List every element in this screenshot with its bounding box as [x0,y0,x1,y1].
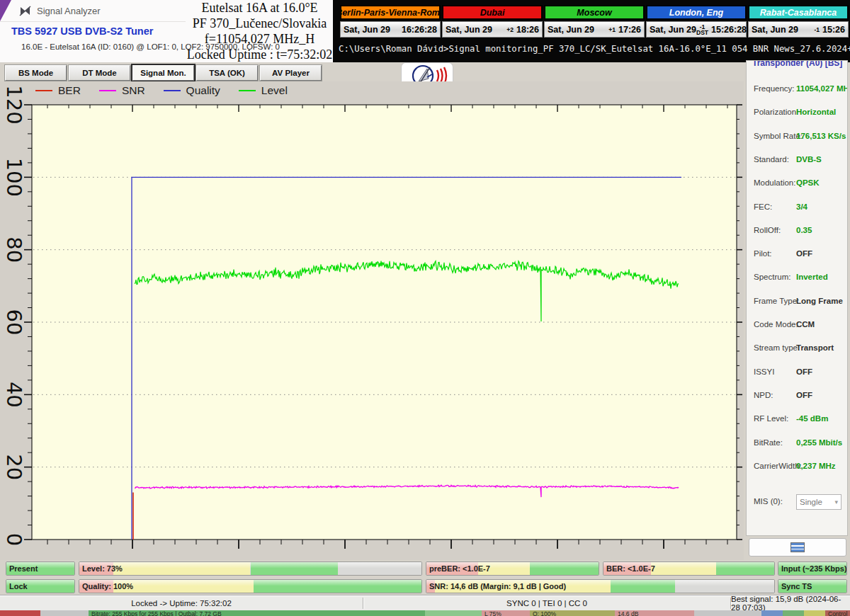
command-line-text: C:\Users\Roman Dávid>Signal monitoring_P… [339,44,850,54]
field-label: ISSYI [754,367,774,376]
strip-segment: Bitrate: 255 Kbps for 255 Kbps | Outbal:… [89,610,425,616]
annotation-overlay: Eutelsat 16A at 16.0°E PF 370_Lučenec/Sl… [186,0,333,62]
world-clocks: Berlin-Paris-Vienna-RomaSat, Jun 2916:26… [340,5,850,38]
clock-offset: -1DST [696,24,708,35]
signal-mon-tab[interactable]: Signal Mon. [132,65,194,81]
tsa-button[interactable]: TSA (OK) [196,65,258,81]
status-bar-present: Present [6,561,75,576]
annotation-line4: Locked Uptime : t=75:32:02 [186,47,333,62]
svg-text:40: 40 [2,382,26,408]
clock-berlin-paris-vienna-roma: Berlin-Paris-Vienna-RomaSat, Jun 2916:26… [340,5,441,38]
av-player-button[interactable]: AV Player [260,65,322,81]
mode-toolbar: BS Mode DT Mode Signal Mon. TSA (OK) AV … [5,65,322,81]
status-bar-ber: BER: <1.0E-7 [603,561,775,576]
status-bar-sync-ts: Sync TS [778,579,847,593]
transponder-row-standard: Standard:DVB-S [747,155,847,167]
clock-time-row: Sat, Jun 2916:26:28 [340,21,441,38]
transponder-row-stream-type: Stream type:Transport [747,343,847,355]
signal-chart-widget: BERSNRQualityLevel 020406080100120 [0,81,744,560]
clock-city-label: Moscow [544,5,645,20]
annotation-line3: f=11054,027 MHz_H [186,31,333,47]
field-label: Spectrum: [754,273,790,281]
mis-select[interactable]: Single▾ [796,494,842,510]
strip-segment [694,610,761,616]
panel-footer-button[interactable] [749,538,846,557]
strip-segment [783,610,804,616]
field-label: BitRate: [754,438,783,447]
clock-time-row: Sat, Jun 29-115:26 [748,21,849,38]
clock-dubai: DubaiSat, Jun 29+218:26 [442,5,543,38]
strip-segment [761,610,783,616]
background-app-strip: Bitrate: 255 Kbps for 255 Kbps | Outbal:… [0,610,850,616]
clock-rabat-casablanca: Rabat-CasablancaSat, Jun 29-115:26 [748,5,849,38]
clock-london-eng: London, EngSat, Jun 29-1DST15:26:28 [646,5,747,38]
annotation-line1: Eutelsat 16A at 16.0°E [186,0,333,16]
field-label: NPD: [754,391,773,399]
status-bar-label: Sync TS [781,580,812,593]
status-uptime: Locked -> Uptime: 75:32:02 [0,596,363,610]
annotation-line2: PF 370_Lučenec/Slovakia [186,16,333,31]
field-label: Code Mode: [754,320,798,329]
status-best-signal: Best signal: 15,9 dB (2024-06-28 07:03) [731,596,850,610]
field-label: Frame Type: [754,297,799,305]
transponder-row-symbol-rate: Symbol Rate:176,513 KS/s [747,132,847,144]
field-value: DVB-S [796,155,822,164]
status-bar-label: Lock [9,580,28,593]
transponder-row-npd: NPD:OFF [747,391,847,403]
clock-command-panel: Berlin-Paris-Vienna-RomaSat, Jun 2916:26… [333,0,850,62]
field-value: 0,255 Mbit/s [796,438,842,447]
status-bar-label: Quality: 100% [82,580,133,593]
field-value: OFF [796,391,812,399]
transponder-row-code-mode: Code Mode:CCM [747,320,847,332]
strip-segment: Control [825,610,850,616]
strip-segment: Q: 100% [530,610,615,616]
svg-text:0: 0 [2,533,26,546]
status-bar-label: preBER: <1.0E-7 [429,562,490,575]
clock-offset: +1 [608,27,616,33]
field-value: Transport [796,343,834,352]
status-sync: SYNC 0 | TEI 0 | CC 0 [363,596,730,610]
chevron-down-icon: ▾ [834,498,838,506]
status-bar-lock: Lock [6,579,75,593]
field-value: 0.35 [796,226,812,234]
strip-segment [40,610,89,616]
status-bar-input-235-kbps: Input (~235 Kbps) [778,561,847,576]
transponder-row-issyi: ISSYIOFF [747,367,847,380]
field-label: FEC: [754,203,772,211]
svg-text:60: 60 [2,309,26,336]
status-line: Locked -> Uptime: 75:32:02 SYNC 0 | TEI … [0,595,850,610]
dt-mode-button[interactable]: DT Mode [69,65,130,81]
svg-text:100: 100 [2,158,26,197]
svg-text:120: 120 [2,85,26,124]
status-bar-quality: Quality: 100% [79,579,422,593]
clock-city-label: London, Eng [646,5,747,20]
clock-time-row: Sat, Jun 29-1DST15:26:28 [646,21,747,38]
field-label: Symbol Rate: [754,132,803,140]
transponder-row-pilot: Pilot:OFF [747,249,847,261]
signal-analyzer-window: Signal Analyzer TBS 5927 USB DVB-S2 Tune… [0,0,850,616]
field-value: 176,513 KS/s [796,132,846,140]
field-value: -45 dBm [796,414,828,423]
tuner-name: TBS 5927 USB DVB-S2 Tuner [11,25,153,37]
clock-city-label: Rabat-Casablanca [748,5,849,20]
window-title: Signal Analyzer [37,6,101,16]
transponder-row-rolloff: RollOff:0.35 [747,226,847,238]
clock-city-label: Berlin-Paris-Vienna-Roma [340,5,441,20]
field-value: Inverted [796,273,828,281]
field-label: Pilot: [754,249,772,258]
signal-chart: 020406080100120 [0,81,744,560]
clock-city-label: Dubai [442,5,543,20]
field-label: Modulation: [754,178,795,187]
clock-time-row: Sat, Jun 29+117:26 [544,21,645,38]
status-bar-level: Level: 73% [79,561,422,576]
transponder-row-spectrum: Spectrum:Inverted [747,273,847,285]
field-value: Long Frame [796,297,843,305]
transponder-row-modulation: Modulation:QPSK [747,178,847,190]
bs-mode-button[interactable]: BS Mode [5,65,67,81]
transponder-row-rf-level: RF Level:-45 dBm [747,414,847,426]
status-bar-label: Level: 73% [82,562,123,575]
field-label: Frequency: [754,84,795,93]
field-value: 11054,027 MHz [796,84,848,93]
transponder-row-carrierwidth: CarrierWidth:0,237 MHz [747,462,847,474]
strip-segment: L 75% [482,610,530,616]
